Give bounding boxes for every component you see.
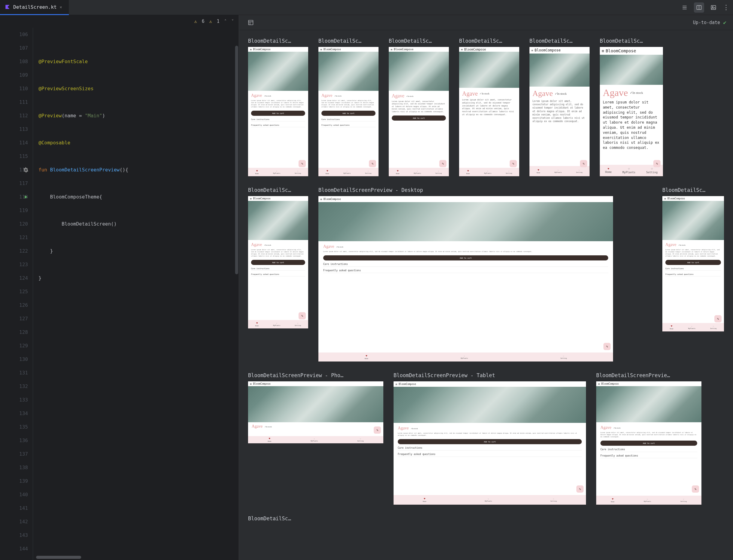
line-110: 110 — [0, 82, 28, 95]
svg-point-6 — [712, 6, 713, 7]
preview-item-label: BloomDetailSc… — [248, 187, 308, 193]
warning-icon: ⚠ — [194, 19, 197, 24]
warning-icon: ⚠ — [209, 19, 212, 24]
line-141: 141 — [0, 501, 28, 515]
preview-status: Up-to-date ✔ — [693, 19, 726, 26]
line-134: 134 — [0, 407, 28, 420]
view-code-only-button[interactable] — [679, 2, 690, 13]
preview-item-label: BloomDetailScreenPreview - Tablet — [393, 372, 586, 378]
next-highlight-button[interactable]: ˅ — [232, 19, 234, 24]
svg-rect-7 — [249, 20, 253, 25]
line-142: 142 — [0, 515, 28, 528]
file-tab-name: DetailScreen.kt — [13, 4, 57, 10]
preview-card[interactable]: ≡BloomCompose Agave✓In stock Lorem ipsum… — [600, 47, 663, 176]
preview-item-label: BloomDetailSc… — [319, 38, 378, 44]
line-137: 137 — [0, 447, 28, 461]
line-132: 132 — [0, 380, 28, 393]
line-130: 130 — [0, 352, 28, 366]
menu-icon: ≡ — [250, 48, 252, 51]
preview-card[interactable]: ≡BloomCompose Agave✓In stock Lorem ipsum… — [319, 47, 378, 176]
line-120: 120 — [0, 217, 28, 231]
code-lines[interactable]: @PreviewFontScale @PreviewScreenSizes @P… — [33, 28, 239, 560]
line-138: 138 — [0, 461, 28, 474]
horizontal-scrollbar[interactable] — [36, 556, 81, 559]
preview-card[interactable]: ≡BloomCompose Agave✓In stock Lorem ipsum… — [529, 47, 590, 176]
line-125: 125 — [0, 285, 28, 298]
preview-card-tablet[interactable]: ≡BloomCompose Agave✓In stock Lorem ipsum… — [393, 381, 586, 505]
preview-card[interactable]: ≡BloomCompose Agave✓In stock Lorem ipsum… — [596, 381, 701, 505]
preview-layout-button[interactable] — [246, 17, 256, 28]
preview-canvas[interactable]: BloomDetailSc… ≡BloomCompose Agave✓In st… — [239, 30, 733, 560]
preview-card[interactable]: ≡BloomCompose Agave✓In stock Lorem ipsum… — [389, 47, 449, 176]
line-gutter: 106 107 108 109 110 111 112 113 114 115 … — [0, 28, 33, 560]
preview-item-label: BloomDetailSc… — [529, 38, 590, 44]
preview-item-label: BloomDetailSc… — [389, 38, 449, 44]
line-109: 109 — [0, 68, 28, 82]
view-design-only-button[interactable] — [708, 2, 719, 13]
line-119: 119 — [0, 204, 28, 217]
line-106: 106 — [0, 28, 28, 41]
line-129: 129 — [0, 339, 28, 352]
preview-card-desktop[interactable]: ≡BloomCompose Agave✓In stock Lorem ipsum… — [319, 196, 613, 362]
close-icon[interactable]: ✕ — [60, 5, 64, 9]
line-140: 140 — [0, 488, 28, 501]
line-143: 143 — [0, 528, 28, 542]
more-actions-button[interactable]: ⋮ — [723, 4, 729, 11]
preview-item-label: BloomDetailSc… — [600, 38, 663, 44]
kotlin-file-icon — [5, 4, 10, 10]
line-121: 121 — [0, 231, 28, 244]
line-114: 114 — [0, 136, 28, 149]
editor-tabbar: DetailScreen.kt ✕ ⋮ — [0, 0, 733, 15]
line-136: 136 — [0, 434, 28, 447]
line-144: 144 — [0, 542, 28, 555]
line-145: 145 — [0, 555, 28, 560]
line-112: 112 — [0, 109, 28, 122]
vertical-scrollbar[interactable] — [235, 46, 238, 274]
preview-card-phone-landscape[interactable]: ≡BloomCompose Agave✓In stock ✎ ♥Home♡MyP… — [248, 381, 383, 443]
file-tab[interactable]: DetailScreen.kt ✕ — [0, 0, 69, 15]
line-118: 118 — [0, 190, 28, 204]
preview-item-label: BloomDetailSc… — [248, 38, 308, 44]
view-split-button[interactable] — [694, 2, 704, 13]
line-133: 133 — [0, 393, 28, 407]
pencil-icon: ✎ — [301, 162, 304, 166]
line-116: 116 — [0, 163, 28, 177]
gear-icon — [23, 167, 29, 173]
line-128: 128 — [0, 325, 28, 339]
line-108: 108 — [0, 55, 28, 68]
line-117: 117 — [0, 177, 28, 190]
heart-icon: ♥ — [256, 170, 258, 172]
fab-edit-button: ✎ — [299, 160, 306, 167]
preview-pane: Up-to-date ✔ BloomDetailSc… ≡BloomCompos… — [239, 15, 733, 560]
code-editor-pane: ⚠6 ⚠1 ˄ ˅ 106 107 108 109 110 111 112 11… — [0, 15, 239, 560]
line-127: 127 — [0, 312, 28, 325]
preview-card[interactable]: ≡BloomCompose Agave✓In stock Lorem ipsum… — [248, 47, 308, 176]
preview-card[interactable]: ≡BloomCompose Agave✓In stock Lorem ipsum… — [662, 196, 724, 331]
line-113: 113 — [0, 122, 28, 136]
line-139: 139 — [0, 474, 28, 488]
prev-highlight-button[interactable]: ˄ — [224, 19, 227, 24]
warning-count-1: 6 — [202, 19, 205, 24]
line-122: 122 — [0, 244, 28, 258]
preview-item-label: BloomDetailScreenPrevie… — [596, 372, 701, 378]
preview-card[interactable]: ≡BloomCompose Agave✓In stock Lorem ipsum… — [248, 196, 308, 328]
preview-item-label: BloomDetailScreenPreview - Desktop — [319, 187, 613, 193]
line-115: 115 — [0, 149, 28, 163]
warning-count-2: 1 — [217, 19, 220, 24]
preview-item-label: BloomDetailSc… — [248, 515, 308, 522]
preview-item-label: BloomDetailSc… — [459, 38, 519, 44]
line-126: 126 — [0, 298, 28, 312]
code-area[interactable]: 106 107 108 109 110 111 112 113 114 115 … — [0, 28, 239, 560]
line-111: 111 — [0, 95, 28, 109]
line-131: 131 — [0, 366, 28, 380]
run-icon[interactable] — [23, 194, 29, 200]
line-123: 123 — [0, 258, 28, 271]
line-135: 135 — [0, 420, 28, 434]
preview-item-label: BloomDetailScreenPreview - Pho… — [248, 372, 383, 378]
check-icon: ✔ — [723, 19, 726, 26]
line-124: 124 — [0, 271, 28, 285]
preview-item-label: BloomDetailSc… — [662, 187, 724, 193]
preview-card[interactable]: ≡BloomCompose Agave✓In stock Lorem ipsum… — [459, 47, 519, 176]
inspections-bar[interactable]: ⚠6 ⚠1 ˄ ˅ — [0, 15, 239, 28]
line-107: 107 — [0, 41, 28, 55]
